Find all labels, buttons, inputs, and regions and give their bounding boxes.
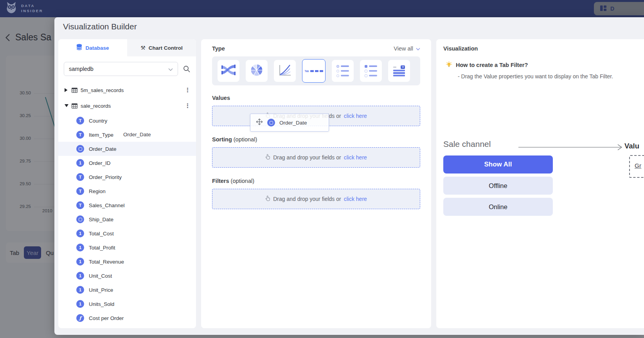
type-section-label: Type xyxy=(212,45,225,52)
filters-dropzone[interactable]: Drag and drop your fields or click here xyxy=(212,189,420,209)
field-label: Unit_Price xyxy=(89,287,113,293)
date-field-icon xyxy=(267,119,275,127)
number-field-icon: 1 xyxy=(76,272,84,280)
chart-type-line[interactable] xyxy=(274,60,296,82)
brand-text: DATA INSIDER xyxy=(21,4,43,14)
table-name: sale_records xyxy=(81,103,183,109)
tab-database[interactable]: Database xyxy=(58,39,127,56)
annotation-arrow xyxy=(518,143,625,152)
field-label: Total_Cost xyxy=(89,231,114,237)
field-item[interactable]: 1Total_Revenue xyxy=(58,255,196,269)
drag-origin-label: Order_Date xyxy=(123,132,151,137)
chart-type-radio-list[interactable] xyxy=(332,60,354,82)
kebab-menu-icon[interactable]: ⋮ xyxy=(183,87,192,94)
drag-ghost[interactable]: Order_Date xyxy=(250,114,329,132)
line-chart-icon xyxy=(278,63,292,78)
owl-logo-icon xyxy=(5,2,17,16)
brand: DATA INSIDER xyxy=(5,2,43,16)
field-label: Cost per Order xyxy=(89,315,124,321)
chevron-down-icon xyxy=(416,45,420,52)
field-label: Sales_Channel xyxy=(89,202,125,208)
field-label: Order_Priority xyxy=(89,174,122,180)
field-item[interactable]: ƒCost per Order xyxy=(58,311,196,325)
radio-list-icon xyxy=(336,65,349,77)
table-icon xyxy=(72,88,77,93)
field-item[interactable]: TOrder_Priority xyxy=(58,170,196,184)
dropzone-click-here-link[interactable]: click here xyxy=(344,154,367,161)
date-field-icon xyxy=(76,215,84,223)
values-section-label: Values xyxy=(212,95,420,101)
table-row-5m-sales-records[interactable]: 5m_sales_records ⋮ xyxy=(58,82,196,98)
visualization-builder-modal: Visualization Builder Database ⚒ Chart C… xyxy=(54,17,644,335)
sorting-section-label: Sorting (optional) xyxy=(212,136,420,143)
field-label: Order_Date xyxy=(89,146,117,152)
preview-button-offline[interactable]: Offline xyxy=(443,177,553,195)
field-item[interactable]: 1Unit_Price xyxy=(58,283,196,297)
table-row-sale-records[interactable]: sale_records ⋮ xyxy=(58,98,196,114)
annotation-group-link[interactable]: Gr xyxy=(635,162,641,169)
tab-filter-icon: Tab xyxy=(304,70,323,72)
field-item[interactable]: 1Total_Profit xyxy=(58,240,196,255)
sorting-dropzone[interactable]: Drag and drop your fields or click here xyxy=(212,147,420,168)
chart-type-checkbox-list[interactable] xyxy=(360,60,382,82)
field-item[interactable]: TRegion xyxy=(58,184,196,198)
field-item[interactable]: 1Units_Sold xyxy=(58,297,196,311)
tip-block: How to create a Tab Filter? - Drag the V… xyxy=(443,61,644,80)
chart-type-tab-filter[interactable]: Tab xyxy=(302,59,326,83)
database-panel: Database ⚒ Chart Control sampledb xyxy=(58,39,196,328)
function-field-icon: ƒ xyxy=(76,314,84,322)
dropzone-click-here-link[interactable]: click here xyxy=(344,113,367,119)
dropdown-list-icon xyxy=(393,65,405,77)
checkbox-list-icon xyxy=(365,65,377,77)
field-item[interactable]: 1Order_ID xyxy=(58,156,196,170)
annotation-group-dropzone[interactable]: Gr xyxy=(629,155,644,178)
date-field-icon xyxy=(76,145,84,153)
chart-type-dropdown[interactable] xyxy=(388,60,410,82)
tab-database-label: Database xyxy=(85,45,109,51)
field-item[interactable]: TCountry xyxy=(58,114,196,128)
table-icon xyxy=(72,103,77,108)
kebab-menu-icon[interactable]: ⋮ xyxy=(183,102,192,109)
dropzone-click-here-link[interactable]: click here xyxy=(344,196,367,202)
visualization-panel: Visualization How to create a Tab Filter… xyxy=(436,39,644,328)
preview-button-show-all[interactable]: Show All xyxy=(443,155,553,174)
top-navbar: DATA INSIDER D xyxy=(0,0,644,17)
chevron-down-icon xyxy=(168,66,173,72)
caret-right-icon[interactable] xyxy=(65,88,71,92)
filters-section-label: Filters (optional) xyxy=(212,178,420,184)
chart-type-sankey[interactable] xyxy=(218,60,239,82)
move-icon xyxy=(256,118,263,127)
sankey-icon xyxy=(221,63,236,78)
text-field-icon: T xyxy=(76,131,84,139)
field-label: Total_Revenue xyxy=(89,259,124,265)
lightbulb-icon xyxy=(446,61,452,69)
field-item[interactable]: TSales_Channel xyxy=(58,198,196,212)
view-all-button[interactable]: View all xyxy=(394,45,420,52)
schema-tree: 5m_sales_records ⋮ sale_records xyxy=(58,80,196,325)
field-label: Unit_Cost xyxy=(89,273,112,279)
database-select[interactable]: sampledb xyxy=(64,62,178,76)
field-label: Total_Profit xyxy=(89,245,115,251)
text-field-icon: T xyxy=(76,201,84,209)
chart-type-pie[interactable] xyxy=(246,60,268,82)
tab-chart-control[interactable]: ⚒ Chart Control xyxy=(127,39,196,56)
preview-button-online[interactable]: Online xyxy=(443,198,553,216)
number-field-icon: 1 xyxy=(76,286,84,294)
chart-type-band: Tab xyxy=(212,56,420,85)
dropzone-text: Drag and drop your fields or xyxy=(273,154,341,161)
field-label: Region xyxy=(89,188,106,194)
field-item[interactable]: Order_Date xyxy=(58,142,196,156)
field-item[interactable]: 1Total_Cost xyxy=(58,226,196,240)
database-select-value: sampledb xyxy=(69,66,94,72)
chart-control-icon: ⚒ xyxy=(140,45,146,51)
field-item[interactable]: Ship_Date xyxy=(58,212,196,226)
field-label: Units_Sold xyxy=(89,301,114,307)
search-icon[interactable] xyxy=(183,65,191,73)
number-field-icon: 1 xyxy=(76,258,84,266)
number-field-icon: 1 xyxy=(76,300,84,308)
text-field-icon: T xyxy=(76,117,84,125)
field-item[interactable]: 1Unit_Cost xyxy=(58,269,196,283)
caret-down-icon[interactable] xyxy=(65,104,71,107)
dashboard-button[interactable]: D xyxy=(594,2,644,15)
field-label: Order_ID xyxy=(89,160,111,166)
